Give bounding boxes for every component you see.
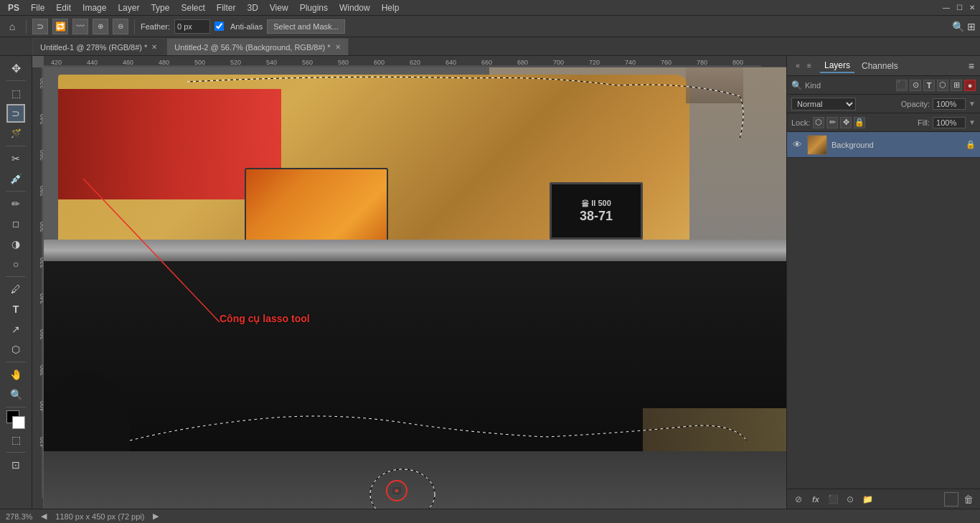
move-tool-btn[interactable]: ✥ bbox=[6, 59, 25, 77]
svg-text:420: 420 bbox=[39, 437, 44, 448]
blend-mode-select[interactable]: Normal Dissolve Multiply Screen bbox=[791, 98, 856, 110]
brush-btn[interactable]: ✏ bbox=[6, 194, 25, 213]
lock-position[interactable]: ✥ bbox=[840, 117, 852, 128]
fill-value[interactable]: 100% bbox=[933, 117, 966, 128]
canvas-image[interactable]: 을 II 500 38-71 bbox=[44, 67, 786, 509]
main-layout: ✥ ⬚ ⊃ 🪄 ✂ 💉 ✏ ◻ ◑ ○ 🖊 T ↗ ⬡ 🤚 🔍 ⬚ ⊡ bbox=[0, 56, 980, 509]
screen-mode-btn[interactable]: ⊡ bbox=[6, 456, 25, 474]
lock-icons: ⬡ ✏ ✥ 🔒 bbox=[813, 117, 865, 128]
tab-2-close[interactable]: ✕ bbox=[335, 43, 341, 51]
menu-type[interactable]: Type bbox=[146, 1, 174, 14]
layer-lock-icon: 🔒 bbox=[966, 140, 976, 149]
pen-btn[interactable]: 🖊 bbox=[6, 280, 25, 298]
lasso-tool-option-3[interactable]: 〰 bbox=[72, 19, 88, 34]
lasso-add[interactable]: ⊕ bbox=[93, 19, 108, 34]
collapse-icon[interactable]: « bbox=[793, 61, 803, 71]
menu-image[interactable]: Image bbox=[77, 1, 111, 14]
eyedropper-btn[interactable]: 💉 bbox=[6, 169, 25, 188]
menu-view[interactable]: View bbox=[265, 1, 293, 14]
delete-layer-icon[interactable]: 🗑 bbox=[961, 492, 976, 506]
filter-pixel[interactable]: ⬛ bbox=[896, 80, 908, 91]
canvas-area[interactable]: 420 440 460 480 500 520 540 560 580 600 … bbox=[32, 56, 786, 509]
svg-text:800: 800 bbox=[732, 59, 743, 66]
filter-type[interactable]: T bbox=[923, 80, 935, 91]
menu-filter[interactable]: Filter bbox=[212, 1, 241, 14]
path-select-btn[interactable]: ↗ bbox=[6, 320, 25, 339]
feather-input[interactable] bbox=[174, 19, 210, 34]
fg-color[interactable] bbox=[6, 410, 25, 429]
grid-icon[interactable]: ⊞ bbox=[967, 21, 976, 32]
select-mask-button[interactable]: Select and Mask... bbox=[267, 19, 345, 34]
svg-text:300: 300 bbox=[39, 222, 44, 232]
gradient-btn[interactable]: ◑ bbox=[6, 235, 25, 253]
status-bar: 278.3% ◀ 1180 px x 450 px (72 ppi) ▶ bbox=[0, 509, 980, 523]
minimize-button[interactable]: — bbox=[941, 3, 951, 13]
menu-window[interactable]: Window bbox=[334, 1, 375, 14]
svg-text:560: 560 bbox=[302, 59, 313, 66]
opacity-arrow[interactable]: ▼ bbox=[969, 100, 976, 108]
filter-adjustment[interactable]: ⊙ bbox=[910, 80, 921, 91]
opacity-value[interactable]: 100% bbox=[933, 98, 966, 110]
arrow-right[interactable]: ▶ bbox=[153, 512, 159, 521]
lasso-tool-option-2[interactable]: 🔁 bbox=[52, 19, 68, 34]
lock-transparent[interactable]: ⬡ bbox=[813, 117, 824, 128]
layer-thumbnail bbox=[807, 135, 827, 155]
layer-visibility-toggle[interactable]: 👁 bbox=[791, 139, 803, 151]
feather-label: Feather: bbox=[141, 22, 170, 31]
menu-bar: PS File Edit Image Layer Type Select Fil… bbox=[0, 0, 980, 16]
layers-bottom-bar: ⊘ fx ⬛ ⊙ 📁 🗑 bbox=[787, 489, 980, 509]
svg-text:740: 740 bbox=[625, 59, 636, 66]
fx-icon[interactable]: fx bbox=[809, 492, 823, 506]
filter-shape[interactable]: ⬡ bbox=[937, 80, 948, 91]
menu-help[interactable]: Help bbox=[377, 1, 405, 14]
lock-all[interactable]: 🔒 bbox=[854, 117, 865, 128]
new-adjustment-icon[interactable]: ⊙ bbox=[843, 492, 857, 506]
lasso-tool-option-1[interactable]: ⊃ bbox=[32, 19, 48, 34]
layers-tab[interactable]: Layers bbox=[820, 59, 854, 73]
quick-mask-btn[interactable]: ⬚ bbox=[6, 430, 25, 449]
new-group-icon[interactable]: 📁 bbox=[860, 492, 875, 506]
layer-name-label: Background bbox=[831, 141, 961, 149]
tab-1-close[interactable]: ✕ bbox=[151, 43, 157, 51]
menu-edit[interactable]: Edit bbox=[51, 1, 76, 14]
panel-options-icon[interactable]: ≡ bbox=[969, 60, 974, 72]
channels-tab[interactable]: Channels bbox=[857, 60, 903, 72]
menu-select[interactable]: Select bbox=[176, 1, 209, 14]
hand-btn[interactable]: 🤚 bbox=[6, 365, 25, 384]
search-icon[interactable]: 🔍 bbox=[952, 21, 964, 32]
lasso-tool-btn[interactable]: ⊃ bbox=[6, 104, 25, 123]
arrow-left[interactable]: ◀ bbox=[41, 512, 47, 521]
anti-alias-checkbox[interactable] bbox=[215, 22, 224, 31]
home-icon[interactable]: ⌂ bbox=[4, 19, 20, 34]
lock-image[interactable]: ✏ bbox=[826, 117, 838, 128]
maximize-button[interactable]: ☐ bbox=[954, 3, 964, 13]
menu-ps[interactable]: PS bbox=[3, 1, 24, 14]
menu-file[interactable]: File bbox=[26, 1, 50, 14]
close-button[interactable]: ✕ bbox=[967, 3, 977, 13]
eraser-btn[interactable]: ◻ bbox=[6, 215, 25, 233]
text-btn[interactable]: T bbox=[6, 300, 25, 319]
menu-3d[interactable]: 3D bbox=[242, 1, 263, 14]
separator-2 bbox=[134, 19, 135, 34]
crop-btn[interactable]: ✂ bbox=[6, 149, 25, 168]
filter-active[interactable]: ● bbox=[964, 80, 976, 91]
quick-select-btn[interactable]: 🪄 bbox=[6, 124, 25, 143]
lasso-subtract[interactable]: ⊖ bbox=[113, 19, 128, 34]
tab-untitled-2[interactable]: Untitled-2 @ 56.7% (Background, RGB/8#) … bbox=[166, 38, 348, 55]
add-mask-icon[interactable]: ⬛ bbox=[826, 492, 840, 506]
menu-layer[interactable]: Layer bbox=[113, 1, 144, 14]
menu-plugins[interactable]: Plugins bbox=[295, 1, 333, 14]
new-layer-icon[interactable] bbox=[944, 492, 958, 506]
link-layers-icon[interactable]: ⊘ bbox=[791, 492, 806, 506]
layer-background[interactable]: 👁 Background 🔒 bbox=[787, 132, 980, 158]
filter-smart[interactable]: ⊞ bbox=[951, 80, 962, 91]
shape-btn[interactable]: ⬡ bbox=[6, 340, 25, 359]
dodge-btn[interactable]: ○ bbox=[6, 255, 25, 273]
layers-filter-icons: ⬛ ⊙ T ⬡ ⊞ ● bbox=[896, 80, 976, 91]
fill-arrow[interactable]: ▼ bbox=[969, 118, 976, 126]
marquee-rect-btn[interactable]: ⬚ bbox=[6, 84, 25, 103]
panel-menu-icon[interactable]: ≡ bbox=[804, 61, 814, 71]
tool-separator-4 bbox=[6, 276, 26, 277]
tab-untitled-1[interactable]: Untitled-1 @ 278% (RGB/8#) * ✕ bbox=[32, 38, 165, 55]
zoom-btn[interactable]: 🔍 bbox=[6, 385, 25, 404]
